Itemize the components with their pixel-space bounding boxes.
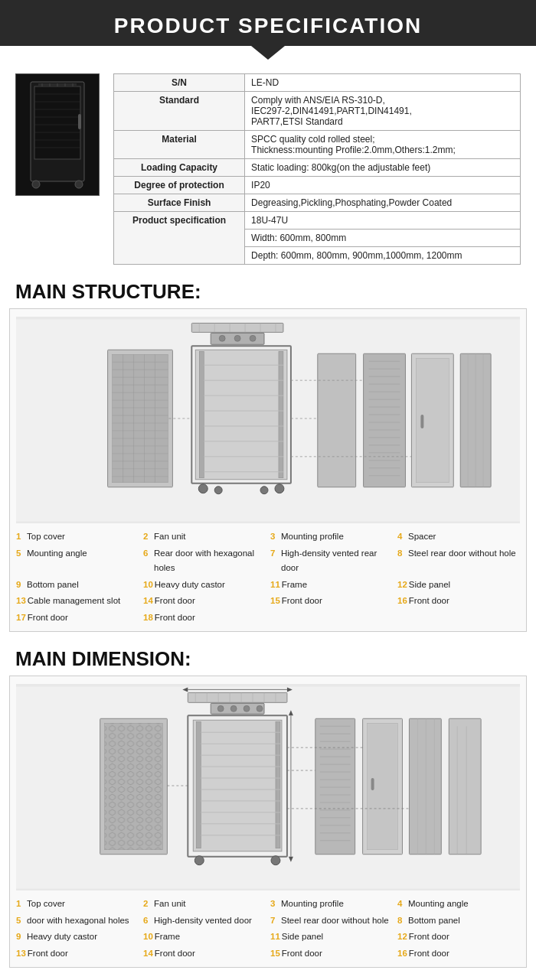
part-item-3: 3 Mounting profile [270, 529, 393, 545]
dim-part-item-10: 10 Frame [143, 930, 266, 945]
part-item-12: 12 Side panel [397, 578, 520, 593]
dim-part-item-2: 2 Fan unit [143, 897, 266, 912]
svg-point-113 [230, 705, 237, 711]
dim-part-label-1: Top cover [27, 897, 65, 912]
part-item-16: 16 Front door [397, 594, 520, 609]
dim-part-num-10: 10 [143, 930, 153, 945]
spec-row-material: Material SPCC quality cold rolled steel;… [114, 131, 521, 159]
part-label-16: Front door [409, 594, 449, 609]
part-label-18: Front door [155, 610, 195, 626]
svg-point-112 [217, 705, 224, 711]
svg-rect-159 [409, 718, 441, 854]
part-label-7: High-density vented rear door [281, 546, 393, 576]
part-num-8: 8 [397, 546, 407, 562]
dim-part-item-16: 16 Front door [397, 946, 520, 962]
dim-part-item-5: 5 door with hexagonal holes [16, 913, 139, 929]
spec-label-loading: Loading Capacity [114, 159, 245, 177]
part-item-5: 5 Mounting angle [16, 546, 139, 576]
svg-point-45 [214, 486, 222, 493]
spec-label-surface: Surface Finish [114, 194, 245, 212]
spec-value-material: SPCC quality cold rolled steel;Thickness… [245, 131, 521, 159]
part-num-17: 17 [16, 610, 26, 626]
svg-rect-69 [318, 353, 356, 487]
part-label-15: Front door [282, 594, 322, 609]
svg-rect-70 [364, 353, 406, 487]
main-structure-box: 1 Top cover 2 Fan unit 3 Mounting profil… [9, 308, 527, 632]
part-num-16: 16 [397, 594, 407, 609]
dim-part-item-7: 7 Steel rear door without hole [270, 913, 393, 929]
dim-part-label-4: Mounting angle [408, 897, 469, 912]
dim-part-label-12: Front door [409, 930, 449, 945]
svg-point-11 [32, 181, 40, 188]
part-item-1: 1 Top cover [16, 529, 139, 545]
part-item-7: 7 High-density vented rear door [270, 546, 393, 576]
part-num-5: 5 [16, 546, 25, 562]
svg-rect-119 [276, 721, 280, 848]
part-item-18: 18 Front door [143, 610, 266, 626]
part-num-15: 15 [270, 594, 280, 609]
svg-rect-138 [105, 723, 163, 849]
spec-label-standard: Standard [114, 92, 245, 131]
dim-part-num-2: 2 [143, 897, 152, 912]
header-arrow [251, 46, 285, 60]
part-item-13: 13 Cable management slot [16, 594, 139, 609]
dim-part-num-1: 1 [16, 897, 25, 912]
spec-value-width: Width: 600mm, 800mm [245, 230, 521, 247]
spec-row-surface: Surface Finish Degreasing,Pickling,Phosp… [114, 194, 521, 212]
svg-point-114 [243, 705, 250, 711]
dim-part-item-6: 6 High-density vented door [143, 913, 266, 929]
main-structure-parts-list: 1 Top cover 2 Fan unit 3 Mounting profil… [16, 529, 520, 625]
svg-point-28 [219, 335, 225, 341]
part-item-9: 9 Bottom panel [16, 578, 139, 593]
part-num-6: 6 [143, 546, 152, 562]
header: PRODUCT SPECIFICATION [0, 0, 536, 46]
svg-rect-10 [78, 114, 81, 129]
part-item-6: 6 Rear door with hexagonal holes [143, 546, 266, 576]
dim-part-label-10: Frame [155, 930, 180, 945]
dim-part-item-13: 13 Front door [16, 946, 139, 962]
dim-part-label-8: Bottom panel [408, 913, 460, 929]
part-item-17: 17 Front door [16, 610, 139, 626]
dim-part-label-7: Steel rear door without hole [281, 913, 389, 929]
main-structure-diagram [16, 317, 520, 523]
spec-label-productspec: Product specification [114, 212, 245, 265]
part-num-1: 1 [16, 529, 25, 545]
dim-part-label-16: Front door [409, 946, 449, 962]
dim-part-label-5: door with hexagonal holes [27, 913, 129, 929]
part-label-1: Top cover [27, 529, 65, 545]
dim-part-num-8: 8 [397, 913, 407, 929]
dim-part-item-11: 11 Side panel [270, 930, 393, 945]
dim-part-num-5: 5 [16, 913, 25, 929]
part-label-9: Bottom panel [27, 578, 79, 593]
part-label-6: Rear door with hexagonal holes [154, 546, 266, 576]
dim-part-num-7: 7 [270, 913, 279, 929]
part-item-15: 15 Front door [270, 594, 393, 609]
part-label-13: Cable management slot [28, 594, 120, 609]
part-item-2: 2 Fan unit [143, 529, 266, 545]
part-label-12: Side panel [409, 578, 450, 593]
part-item-10: 10 Heavy duty castor [143, 578, 266, 593]
dim-part-item-4: 4 Mounting angle [397, 897, 520, 912]
dim-part-num-6: 6 [143, 913, 152, 929]
part-label-10: Heavy duty castor [155, 578, 225, 593]
svg-rect-158 [371, 778, 374, 790]
svg-rect-20 [191, 323, 283, 332]
spec-table: S/N LE-ND Standard Comply with ANS/EIA R… [113, 73, 521, 265]
part-num-12: 12 [397, 578, 407, 593]
svg-point-134 [271, 856, 280, 865]
spec-value-sn: LE-ND [245, 74, 521, 92]
spec-label-material: Material [114, 131, 245, 159]
part-label-4: Spacer [408, 529, 436, 545]
part-item-4: 4 Spacer [397, 529, 520, 545]
dim-part-num-3: 3 [270, 897, 279, 912]
part-num-2: 2 [143, 529, 152, 545]
part-num-7: 7 [270, 546, 279, 562]
spec-label-sn: S/N [114, 74, 245, 92]
svg-rect-117 [193, 720, 282, 851]
spec-label-protection: Degree of protection [114, 177, 245, 194]
dim-part-label-3: Mounting profile [281, 897, 344, 912]
main-dimension-box: 1 Top cover 2 Fan unit 3 Mounting profil… [9, 676, 527, 968]
svg-point-29 [234, 335, 240, 341]
part-num-18: 18 [143, 610, 153, 626]
product-image [15, 73, 100, 196]
